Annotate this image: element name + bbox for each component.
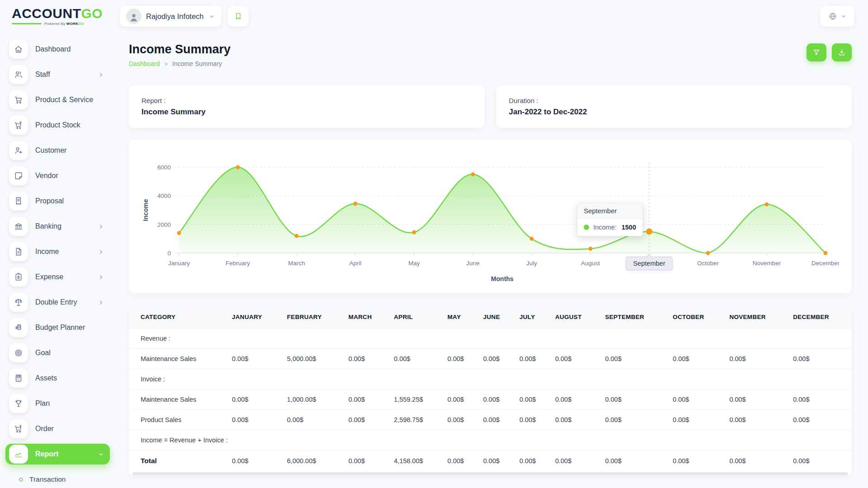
language-selector[interactable] (820, 6, 854, 27)
svg-text:6000: 6000 (157, 164, 171, 171)
clipboard-dollar-icon-box (9, 267, 28, 286)
svg-text:Income: Income (142, 199, 149, 221)
horizontal-scrollbar[interactable] (129, 472, 852, 476)
sidebar-item-double-entry[interactable]: Double Entry (5, 292, 110, 313)
sidebar-item-label: Product & Service (35, 96, 104, 104)
duration-label: Duration : (509, 97, 840, 104)
users-icon (14, 70, 24, 80)
clipboard-dollar-icon (14, 272, 24, 282)
sidebar-item-banking[interactable]: Banking (5, 216, 110, 237)
svg-text:January: January (168, 260, 190, 267)
bookmark-icon (234, 12, 243, 21)
cart-plus-icon (14, 424, 24, 434)
duration-value: Jan-2022 to Dec-2022 (509, 108, 840, 117)
note-icon (14, 171, 24, 181)
svg-text:4000: 4000 (157, 192, 171, 199)
sidebar-item-assets[interactable]: Assets (5, 368, 110, 389)
sidebar-item-label: Customer (35, 146, 104, 155)
report-card: Report : Income Summary (129, 85, 485, 128)
sidebar-item-income[interactable]: Income (5, 241, 110, 262)
receipt-icon (14, 196, 24, 206)
sidebar-item-goal[interactable]: Goal (5, 343, 110, 363)
sidebar-item-budget-planner[interactable]: Budget Planner (5, 317, 110, 338)
table-row-product-sales: Product Sales0.00$0.00$0.00$2,598.75$0.0… (129, 410, 852, 430)
brand-tagline: Powered By WORKDO (12, 22, 84, 26)
sidebar-item-order[interactable]: Order (5, 418, 110, 439)
sidebar-item-label: Double Entry (35, 298, 90, 306)
sidebar-item-report[interactable]: Report (5, 444, 110, 465)
table-row-maintenance-sales: Maintenance Sales0.00$5,000.00$0.00$0.00… (129, 349, 852, 369)
breadcrumb: Dashboard > Income Summary (129, 60, 231, 67)
coins-icon (14, 323, 24, 333)
svg-text:Months: Months (491, 275, 514, 282)
income-chart[interactable]: 0200040006000JanuaryFebruaryMarchAprilMa… (141, 151, 839, 287)
scale-icon (14, 297, 24, 307)
sidebar-subitem-transaction[interactable]: Transaction (5, 469, 110, 483)
sidebar-item-product-service[interactable]: Product & Service (5, 89, 110, 110)
scrollbar-thumb[interactable] (132, 472, 848, 475)
table-header-february: FEBRUARY (283, 306, 344, 328)
trophy-icon-box (9, 394, 28, 413)
sidebar-item-label: Report (35, 450, 90, 458)
duration-card: Duration : Jan-2022 to Dec-2022 (496, 85, 852, 128)
svg-text:March: March (288, 260, 305, 267)
chevron-down-icon (840, 13, 847, 19)
chevron-down-icon (98, 451, 104, 458)
scale-icon-box (9, 293, 28, 312)
breadcrumb-current: Income Summary (172, 60, 222, 67)
tooltip-value: 1500 (622, 224, 636, 231)
calculator-icon (14, 373, 24, 383)
sidebar: DashboardStaffProduct & ServiceProduct S… (0, 33, 115, 488)
report-value: Income Summary (142, 108, 472, 117)
page-title: Income Summary (129, 42, 231, 56)
app-logo[interactable]: ACCOUNTGO Powered By WORKDO (0, 7, 115, 26)
chevron-right-icon (98, 249, 104, 255)
sidebar-item-label: Budget Planner (35, 324, 104, 332)
sidebar-item-label: Banking (35, 222, 90, 230)
sidebar-item-label: Vendor (35, 172, 104, 180)
sidebar-item-plan[interactable]: Plan (5, 393, 110, 414)
target-icon-box (9, 343, 28, 362)
bookmark-button[interactable] (228, 6, 249, 27)
globe-icon (828, 11, 838, 21)
svg-text:October: October (697, 260, 719, 267)
income-summary-table: CATEGORYJANUARYFEBRUARYMARCHAPRILMAYJUNE… (129, 306, 852, 471)
chart-icon-box (9, 445, 28, 464)
sidebar-item-proposal[interactable]: Proposal (5, 191, 110, 211)
table-header-april: APRIL (389, 306, 443, 328)
sidebar-item-staff[interactable]: Staff (5, 64, 110, 85)
home-icon-box (9, 40, 28, 59)
bullet-icon (18, 477, 24, 483)
svg-text:June: June (466, 260, 479, 267)
chevron-right-icon (98, 223, 104, 230)
sidebar-item-expense[interactable]: Expense (5, 267, 110, 287)
sidebar-item-label: Product Stock (35, 121, 104, 129)
tooltip-title: September (577, 203, 642, 219)
calculator-icon-box (9, 369, 28, 388)
topbar: ACCOUNTGO Powered By WORKDO Rajodiya Inf… (0, 0, 868, 33)
company-selector[interactable]: Rajodiya Infotech (120, 6, 222, 27)
sidebar-item-product-stock[interactable]: Product Stock (5, 115, 110, 136)
svg-text:November: November (753, 260, 781, 267)
series-color-dot (584, 225, 589, 230)
tooltip-series-label: Income: (593, 224, 617, 231)
invoice-icon (14, 247, 24, 257)
sidebar-item-dashboard[interactable]: Dashboard (5, 39, 110, 60)
download-button[interactable] (832, 43, 852, 61)
filter-icon (812, 48, 821, 56)
breadcrumb-dashboard-link[interactable]: Dashboard (129, 60, 160, 67)
filter-button[interactable] (807, 43, 826, 61)
sidebar-item-customer[interactable]: Customer (5, 140, 110, 161)
sidebar-item-label: Assets (35, 374, 104, 382)
income-chart-card: 0200040006000JanuaryFebruaryMarchAprilMa… (129, 140, 852, 293)
svg-text:August: August (581, 260, 600, 267)
table-header-june: JUNE (479, 306, 515, 328)
sidebar-item-vendor[interactable]: Vendor (5, 165, 110, 186)
table-row-total: Total0.00$6,000.00$0.00$4,158.00$0.00$0.… (129, 450, 852, 472)
svg-text:May: May (408, 260, 420, 267)
main-content: Income Summary Dashboard > Income Summar… (115, 33, 868, 488)
table-header-december: DECEMBER (788, 306, 852, 328)
company-avatar (126, 9, 142, 24)
sidebar-item-label: Expense (35, 273, 90, 281)
table-header-september: SEPTEMBER (600, 306, 668, 328)
